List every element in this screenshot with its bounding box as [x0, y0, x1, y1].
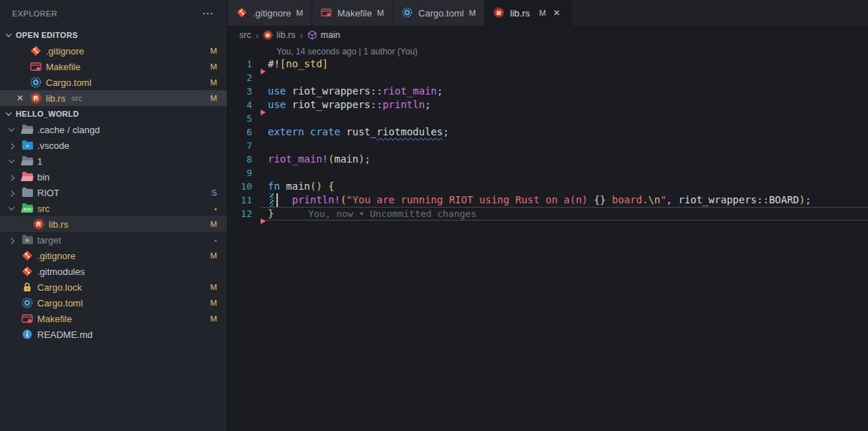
tree-item-src[interactable]: </> src ●	[0, 200, 227, 216]
file-label: Cargo.toml	[46, 77, 92, 88]
gutter-deleted-indicator[interactable]	[261, 110, 266, 115]
close-tab-icon[interactable]: ✕	[551, 8, 562, 18]
line-number[interactable]: 8	[228, 152, 261, 166]
gutter-modified-indicator[interactable]	[270, 193, 274, 207]
code-line[interactable]: 7	[228, 139, 868, 152]
tree-item-cache-clangd[interactable]: .cache / clangd	[0, 122, 227, 137]
rust-icon: R	[33, 218, 44, 230]
chevron-separator-icon: ›	[256, 30, 259, 41]
line-number[interactable]: 6	[228, 125, 261, 139]
target-folder-icon: ◎	[21, 234, 33, 246]
line-number[interactable]: 3	[228, 84, 261, 98]
submodule-badge: S	[211, 188, 217, 197]
bin-folder-icon	[21, 171, 33, 183]
code-token: }	[268, 208, 274, 219]
chevron-down-icon[interactable]	[6, 203, 17, 214]
line-number[interactable]: 2	[228, 71, 261, 84]
code-line[interactable]: 5	[228, 112, 868, 125]
line-number[interactable]: 12	[228, 207, 261, 221]
chevron-down-icon[interactable]	[3, 29, 14, 41]
line-number[interactable]: 4	[228, 98, 261, 112]
code-line-text: #![no_std]	[261, 57, 868, 71]
tree-item-cargo-lock[interactable]: Cargo.lock M	[0, 279, 227, 295]
info-icon	[21, 329, 33, 340]
chevron-separator-icon: ›	[299, 30, 302, 41]
git-icon	[21, 266, 33, 277]
open-editor-gitignore[interactable]: .gitignore M	[0, 43, 227, 59]
tree-item-1[interactable]: 1	[0, 153, 227, 169]
sidebar-header: EXPLORER ⋯	[0, 0, 227, 27]
tab-modified-badge: M	[296, 9, 303, 17]
code-token: riotmodules	[377, 126, 443, 137]
tree-item-riot[interactable]: RIOT S	[0, 185, 227, 200]
code-line[interactable]: 3use riot_wrappers::riot_main;	[228, 84, 868, 98]
line-number[interactable]: 5	[228, 112, 261, 125]
gitlens-authors-lens[interactable]: You, 14 seconds ago | 1 author (You)	[228, 44, 868, 57]
tree-item-readme[interactable]: README.md	[0, 326, 227, 342]
file-label: Makefile	[46, 62, 80, 72]
open-editor-cargo-toml[interactable]: Cargo.toml M	[0, 74, 227, 90]
code-line[interactable]: 9	[228, 166, 868, 180]
chevron-down-icon[interactable]	[6, 124, 17, 135]
code-line[interactable]: 1#![no_std]	[228, 57, 868, 71]
tree-item-librs[interactable]: R lib.rs M	[0, 216, 227, 232]
code-token: {}	[594, 194, 606, 205]
rust-icon: R	[493, 7, 505, 19]
chevron-right-icon[interactable]	[6, 234, 17, 246]
open-editors-header[interactable]: OPEN EDITORS	[0, 27, 227, 43]
breadcrumb-librs[interactable]: R lib.rs	[263, 30, 295, 40]
code-line[interactable]: 12}You, now • Uncommitted changes	[228, 207, 868, 221]
dot-badge: ●	[214, 238, 217, 243]
file-label: lib.rs	[46, 93, 65, 104]
makefile-icon	[30, 61, 42, 72]
chevron-right-icon[interactable]	[6, 140, 17, 151]
modified-badge: M	[210, 94, 217, 102]
chevron-down-icon[interactable]	[3, 108, 14, 120]
tab-makefile[interactable]: Makefile M	[312, 0, 393, 26]
tree-item-gitignore[interactable]: .gitignore M	[0, 248, 227, 263]
gutter-deleted-indicator[interactable]	[261, 218, 266, 224]
code-token: riot_main!	[268, 153, 328, 165]
code-line[interactable]: 2	[228, 71, 868, 84]
tree-item-target[interactable]: ◎ target ●	[0, 232, 227, 248]
code-line[interactable]: 11 println!("You are running RIOT using …	[228, 193, 868, 207]
code-line[interactable]: 8riot_main!(main);	[228, 152, 868, 166]
chevron-right-icon[interactable]	[6, 187, 17, 198]
tree-item-bin[interactable]: bin	[0, 169, 227, 185]
tree-item-gitmodules[interactable]: .gitmodules	[0, 263, 227, 279]
breadcrumb-main-symbol[interactable]: main	[307, 30, 340, 40]
code-token: ()	[310, 180, 322, 192]
editor-group: .gitignore M Makefile M Cargo.toml M R l…	[228, 0, 868, 431]
line-number[interactable]: 1	[228, 57, 261, 71]
folder-label: src	[37, 203, 49, 214]
file-label: .gitmodules	[37, 266, 85, 277]
tab-label: .gitignore	[253, 8, 291, 19]
code-line[interactable]: 4use riot_wrappers::println;	[228, 98, 868, 112]
line-number[interactable]: 9	[228, 166, 261, 180]
tab-librs[interactable]: R lib.rs M ✕	[485, 0, 572, 26]
chevron-right-icon[interactable]	[6, 171, 17, 183]
active-indent-guide	[276, 193, 278, 207]
code-editor[interactable]: You, 14 seconds ago | 1 author (You) 1#!…	[228, 44, 868, 431]
gutter-deleted-indicator[interactable]	[261, 69, 266, 74]
tab-gitignore[interactable]: .gitignore M	[228, 0, 312, 26]
more-actions-icon[interactable]: ⋯	[202, 10, 214, 17]
line-number[interactable]: 7	[228, 139, 261, 152]
code-line[interactable]: 6extern crate rust_riotmodules;	[228, 125, 868, 139]
open-editor-librs[interactable]: ✕ R lib.rs src M	[0, 90, 227, 106]
tree-item-vscode[interactable]: ✕ .vscode	[0, 137, 227, 153]
line-number[interactable]: 10	[228, 180, 261, 193]
tree-item-makefile[interactable]: Makefile M	[0, 311, 227, 326]
code-token: riot_wrappers	[292, 99, 371, 110]
workspace-root[interactable]: HELLO_WORLD	[0, 106, 227, 122]
open-editor-makefile[interactable]: Makefile M	[0, 59, 227, 74]
breadcrumb-src[interactable]: src	[239, 30, 251, 40]
code-line[interactable]: 10fn main() {	[228, 180, 868, 193]
close-editor-icon[interactable]: ✕	[14, 93, 26, 103]
line-number[interactable]: 11	[228, 193, 261, 207]
chevron-down-icon[interactable]	[6, 155, 17, 167]
code-line-text	[261, 71, 868, 84]
file-label: Cargo.lock	[37, 282, 82, 293]
tree-item-cargo-toml[interactable]: Cargo.toml M	[0, 295, 227, 311]
tab-cargo-toml[interactable]: Cargo.toml M	[393, 0, 485, 26]
